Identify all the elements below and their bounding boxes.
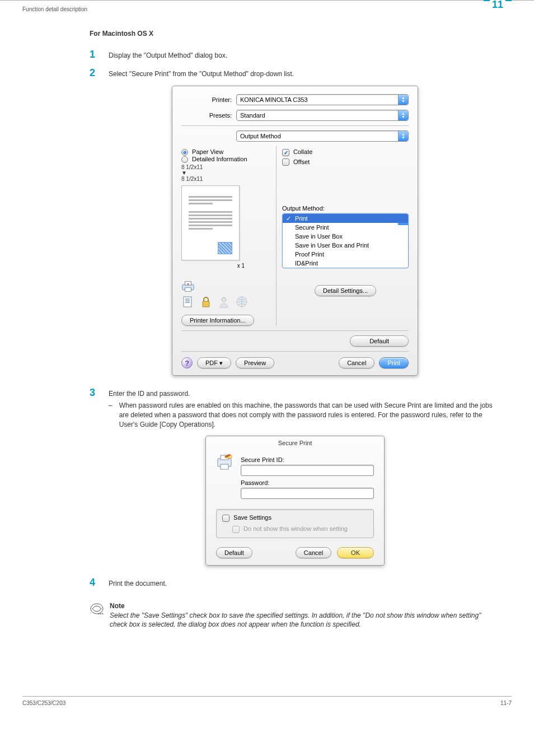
checkbox-icon: [282, 158, 289, 166]
popup-item-save-user-box-and-print[interactable]: Save in User Box and Print: [283, 241, 408, 250]
svg-rect-2: [185, 288, 191, 291]
checkbox-disabled-icon: [232, 526, 240, 533]
do-not-show-label: Do not show this window when setting: [243, 525, 348, 532]
svg-rect-7: [203, 301, 209, 307]
step-3-bullet-text: When password rules are enabled on this …: [119, 401, 500, 429]
step-1: 1 Display the "Output Method" dialog box…: [90, 49, 500, 60]
secure-print-dialog: Secure Print Secure Print ID:: [205, 436, 385, 565]
popup-item-print[interactable]: Print: [283, 214, 408, 223]
lock-icon: [199, 296, 213, 308]
note-title: Note: [110, 602, 500, 610]
secure-print-id-input[interactable]: [241, 465, 374, 476]
user-dim-icon: [217, 296, 231, 308]
secure-print-id-label: Secure Print ID:: [241, 456, 374, 463]
do-not-show-row: Do not show this window when setting: [222, 525, 368, 533]
printer-information-button[interactable]: Printer Information...: [181, 315, 254, 326]
step-2: 2 Select "Secure Print" from the "Output…: [90, 67, 500, 79]
printer-icon: [181, 280, 195, 292]
detail-settings-button[interactable]: Detail Settings...: [315, 285, 376, 296]
chapter-badge: 11: [484, 0, 512, 13]
printer-select-value: KONICA MINOLTA C353: [240, 96, 308, 103]
secure-default-button[interactable]: Default: [216, 547, 252, 558]
svg-rect-12: [221, 464, 228, 469]
popup-item-secure-print[interactable]: Secure Print: [283, 223, 408, 232]
offset-label: Offset: [293, 158, 310, 165]
chapter-number: 11: [490, 0, 505, 10]
print-button[interactable]: Print: [379, 357, 409, 368]
select-chevron-icon: ▲▼: [398, 95, 408, 105]
pdf-menu-button[interactable]: PDF ▾: [197, 357, 231, 368]
paper-view-label: Paper View: [192, 148, 223, 155]
note-text: Select the "Save Settings" check box to …: [110, 611, 500, 629]
section-name: Function detail description: [22, 6, 87, 12]
presets-select-value: Standard: [240, 112, 265, 119]
step-4-number: 4: [90, 577, 99, 589]
step-4-text: Print the document.: [109, 579, 500, 589]
popup-item-save-user-box[interactable]: Save in User Box: [283, 232, 408, 241]
secure-print-icon: [216, 453, 235, 470]
paper-view-radio-row[interactable]: Paper View: [181, 148, 271, 156]
step-1-number: 1: [90, 49, 99, 60]
document-stack-icon: [181, 296, 195, 308]
note-icon: ...: [90, 602, 104, 629]
output-method-popup[interactable]: ▲▼ Print Secure Print Save in User Box S…: [282, 213, 409, 268]
secure-print-title: Secure Print: [206, 436, 384, 449]
subsection-heading: For Macintosh OS X: [90, 30, 500, 38]
arrow-down-icon: ▼: [181, 171, 271, 175]
secure-print-password-input[interactable]: [241, 488, 374, 499]
print-dialog: Printer: KONICA MINOLTA C353 ▲▼ Presets:…: [172, 86, 418, 376]
svg-rect-3: [184, 297, 191, 307]
globe-dim-icon: [235, 296, 249, 308]
step-3: 3 Enter the ID and password. – When pass…: [90, 387, 500, 429]
page-preview-thumbnail: [181, 185, 240, 260]
checkbox-icon: [222, 515, 229, 522]
copies-count: x 1: [181, 263, 271, 269]
secure-print-password-label: Password:: [241, 479, 374, 486]
svg-text:...: ...: [98, 608, 104, 615]
offset-row[interactable]: Offset: [282, 158, 409, 166]
collate-row[interactable]: Collate: [282, 148, 409, 156]
step-3-number: 3: [90, 387, 99, 399]
footer-model: C353/C253/C203: [22, 700, 65, 706]
popup-item-proof-print[interactable]: Proof Print: [283, 250, 408, 259]
paper-size-top: 8 1/2x11: [181, 164, 271, 170]
step-2-text: Select "Secure Print" from the "Output M…: [109, 69, 500, 79]
collate-label: Collate: [293, 148, 312, 155]
secure-ok-button[interactable]: OK: [337, 547, 374, 558]
select-chevron-icon: ▲▼: [398, 131, 408, 141]
step-1-text: Display the "Output Method" dialog box.: [109, 51, 500, 60]
checkbox-checked-icon: [282, 149, 289, 156]
bullet-dash: –: [109, 401, 113, 429]
output-method-label: Output Method:: [282, 205, 409, 212]
presets-select[interactable]: Standard ▲▼: [236, 110, 409, 121]
save-settings-row[interactable]: Save Settings: [222, 514, 368, 522]
popup-item-id-and-print[interactable]: ID&Print: [283, 259, 408, 268]
preview-button[interactable]: Preview: [236, 357, 274, 368]
printer-label: Printer:: [181, 96, 232, 103]
cancel-button[interactable]: Cancel: [339, 357, 374, 368]
svg-point-8: [222, 297, 226, 302]
default-button[interactable]: Default: [350, 335, 409, 347]
secure-cancel-button[interactable]: Cancel: [296, 547, 331, 558]
printer-select[interactable]: KONICA MINOLTA C353 ▲▼: [236, 94, 409, 105]
step-4: 4 Print the document.: [90, 577, 500, 589]
radio-icon: [181, 156, 188, 163]
step-3-text: Enter the ID and password.: [109, 389, 500, 399]
detailed-info-radio-row[interactable]: Detailed Information: [181, 156, 271, 163]
pane-select[interactable]: Output Method ▲▼: [236, 130, 409, 142]
radio-selected-icon: [181, 149, 188, 156]
paper-size-bottom: 8 1/2x11: [181, 176, 271, 182]
presets-label: Presets:: [181, 112, 232, 119]
save-settings-label: Save Settings: [233, 514, 271, 521]
detailed-info-label: Detailed Information: [192, 156, 247, 162]
step-2-number: 2: [90, 67, 99, 79]
pane-select-value: Output Method: [240, 133, 281, 139]
select-chevron-icon: ▲▼: [398, 110, 408, 120]
help-icon[interactable]: ?: [181, 357, 193, 368]
footer-page-number: 11-7: [500, 700, 512, 706]
